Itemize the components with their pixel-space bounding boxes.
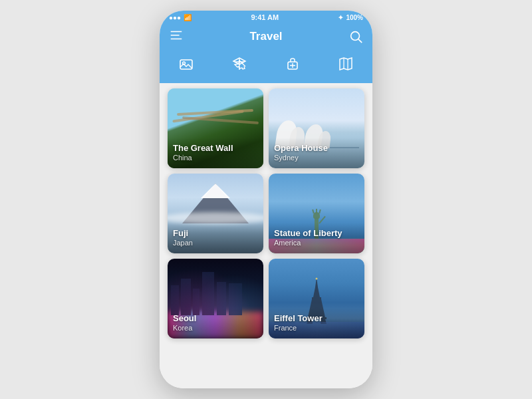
card-fuji[interactable]: Fuji Japan bbox=[168, 174, 263, 253]
svg-point-3 bbox=[351, 32, 360, 41]
menu-icon bbox=[169, 28, 184, 43]
signal-icon: ●●● bbox=[169, 14, 181, 21]
card-overlay-statue: Statue of Liberty America bbox=[269, 223, 364, 253]
nav-tabs bbox=[160, 51, 372, 83]
svg-point-19 bbox=[316, 278, 318, 280]
search-button[interactable] bbox=[348, 29, 363, 44]
card-subtitle-eiffel: France bbox=[274, 324, 359, 332]
card-title-great-wall: The Great Wall bbox=[173, 143, 258, 154]
card-subtitle-fuji: Japan bbox=[173, 239, 258, 247]
card-title-statue: Statue of Liberty bbox=[274, 228, 359, 239]
card-title-eiffel: Eiffel Tower bbox=[274, 313, 359, 324]
app-header: Travel bbox=[160, 24, 372, 51]
map-icon bbox=[338, 56, 354, 72]
wifi-icon: 📶 bbox=[184, 14, 192, 21]
svg-line-4 bbox=[358, 39, 362, 43]
luggage-icon bbox=[285, 56, 301, 72]
battery-label: 100% bbox=[346, 14, 363, 21]
tab-map[interactable] bbox=[332, 55, 359, 76]
card-seoul[interactable]: Seoul Korea bbox=[168, 259, 263, 338]
card-overlay-great-wall: The Great Wall China bbox=[168, 138, 263, 168]
card-overlay-opera: Opera House Sydney bbox=[269, 138, 364, 168]
card-eiffel[interactable]: Eiffel Tower France bbox=[269, 259, 364, 338]
card-opera-house[interactable]: Opera House Sydney bbox=[269, 88, 364, 168]
menu-button[interactable] bbox=[169, 28, 184, 45]
card-subtitle-statue: America bbox=[274, 239, 359, 247]
status-right: ✦ 100% bbox=[338, 14, 363, 21]
crown-spike-2 bbox=[316, 209, 317, 213]
content-area: The Great Wall China Opera House Sydney bbox=[160, 83, 372, 388]
destination-grid: The Great Wall China Opera House Sydney bbox=[168, 88, 364, 338]
card-great-wall[interactable]: The Great Wall China bbox=[168, 88, 263, 168]
card-subtitle-seoul: Korea bbox=[173, 324, 258, 332]
card-overlay-seoul: Seoul Korea bbox=[168, 308, 263, 338]
card-subtitle-opera: Sydney bbox=[274, 154, 359, 162]
fuji-mist bbox=[168, 212, 263, 224]
svg-rect-5 bbox=[180, 60, 192, 69]
tab-photos[interactable] bbox=[173, 55, 200, 76]
svg-rect-14 bbox=[312, 297, 321, 299]
plane-icon bbox=[231, 56, 247, 72]
fuji-snow bbox=[201, 184, 230, 198]
page-title: Travel bbox=[249, 30, 282, 43]
card-title-opera: Opera House bbox=[274, 143, 359, 154]
card-title-seoul: Seoul bbox=[173, 313, 258, 324]
bluetooth-icon: ✦ bbox=[338, 14, 343, 21]
card-subtitle-great-wall: China bbox=[173, 154, 258, 162]
card-title-fuji: Fuji bbox=[173, 228, 258, 239]
svg-marker-13 bbox=[313, 287, 320, 297]
card-statue[interactable]: Statue of Liberty America bbox=[269, 174, 364, 253]
status-time: 9:41 AM bbox=[251, 13, 279, 21]
card-overlay-eiffel: Eiffel Tower France bbox=[269, 308, 364, 338]
status-left: ●●● 📶 bbox=[169, 14, 192, 21]
status-bar: ●●● 📶 9:41 AM ✦ 100% bbox=[160, 11, 372, 24]
tab-luggage[interactable] bbox=[279, 55, 306, 76]
photos-icon bbox=[178, 56, 194, 72]
phone-frame: ●●● 📶 9:41 AM ✦ 100% Travel bbox=[160, 11, 372, 388]
search-icon bbox=[348, 29, 363, 44]
tab-flights[interactable] bbox=[226, 55, 253, 76]
card-overlay-fuji: Fuji Japan bbox=[168, 223, 263, 253]
